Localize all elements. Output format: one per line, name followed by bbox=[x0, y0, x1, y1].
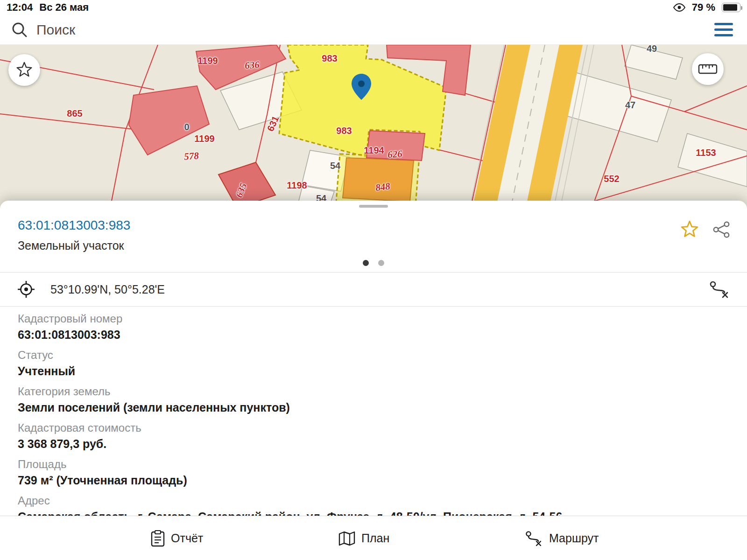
map-label: 1198 bbox=[287, 180, 307, 191]
field-status: Статус Учтенный bbox=[18, 349, 729, 378]
map-label: 54 bbox=[330, 161, 340, 171]
ruler-icon bbox=[698, 63, 718, 75]
map-label: 552 bbox=[604, 174, 619, 184]
battery-icon bbox=[722, 3, 740, 12]
parcel-number-link[interactable]: 63:01:0813003:983 bbox=[18, 218, 130, 233]
field-value: 3 368 879,3 руб. bbox=[18, 436, 729, 451]
map-label: 848 bbox=[375, 181, 391, 194]
field-value: Учтенный bbox=[18, 364, 729, 378]
star-icon bbox=[15, 61, 33, 79]
battery-fill bbox=[723, 4, 737, 11]
map-graphics bbox=[0, 45, 747, 208]
crosshair-icon bbox=[17, 280, 35, 299]
menu-button[interactable] bbox=[712, 20, 736, 39]
field-value: 739 м² (Уточненная площадь) bbox=[18, 473, 729, 488]
status-bar: 12:04 Вс 26 мая 79 % bbox=[0, 0, 747, 15]
map-label: 47 bbox=[625, 100, 635, 111]
favorite-star-icon[interactable] bbox=[680, 220, 699, 239]
map-label: 0 bbox=[184, 122, 189, 133]
ruler-button[interactable] bbox=[692, 53, 724, 85]
field-value: Земли поселений (земли населенных пункто… bbox=[18, 400, 729, 415]
report-button[interactable]: Отчёт bbox=[150, 516, 203, 560]
field-cadastral-number: Кадастровый номер 63:01:0813003:983 bbox=[18, 312, 729, 342]
eye-icon bbox=[673, 3, 685, 12]
report-icon bbox=[150, 530, 165, 547]
share-icon[interactable] bbox=[712, 221, 730, 238]
field-area: Площадь 739 м² (Уточненная площадь) bbox=[18, 458, 729, 488]
field-land-category: Категория земель Земли поселений (земли … bbox=[18, 385, 729, 415]
favorites-button[interactable] bbox=[8, 54, 40, 86]
map-label: 626 bbox=[387, 148, 402, 161]
search-icon bbox=[11, 21, 28, 38]
clear-route-icon[interactable] bbox=[709, 280, 730, 299]
map-label: 983 bbox=[336, 126, 352, 136]
map-label: 1199 bbox=[194, 133, 214, 144]
map-label: 578 bbox=[183, 150, 199, 162]
page-dots[interactable] bbox=[0, 260, 747, 266]
search-bar bbox=[0, 15, 747, 45]
map-icon bbox=[338, 531, 356, 546]
plan-label: План bbox=[361, 532, 389, 545]
search-input[interactable] bbox=[36, 22, 712, 38]
report-label: Отчёт bbox=[171, 532, 203, 545]
field-label: Кадастровая стоимость bbox=[18, 421, 729, 434]
map-label: 1194 bbox=[364, 145, 384, 156]
map-label: 49 bbox=[647, 45, 657, 54]
field-label: Категория земель bbox=[18, 385, 729, 398]
map-label: 636 bbox=[244, 59, 260, 71]
route-label: Маршрут bbox=[549, 532, 599, 545]
field-label: Адрес bbox=[18, 494, 729, 507]
plan-button[interactable]: План bbox=[338, 516, 389, 560]
map[interactable]: 1199636983498656310983119947119462657854… bbox=[0, 45, 747, 208]
route-button[interactable]: Маршрут bbox=[525, 516, 599, 560]
map-label: 865 bbox=[67, 108, 82, 119]
field-label: Кадастровый номер bbox=[18, 312, 729, 325]
battery-percent-text: 79 % bbox=[692, 1, 715, 14]
battery-nub bbox=[741, 6, 742, 10]
bottom-toolbar: Отчёт План Маршрут bbox=[0, 516, 747, 560]
date: Вс 26 мая bbox=[39, 1, 89, 14]
page-dot-2[interactable] bbox=[378, 260, 384, 266]
page-dot-1[interactable] bbox=[363, 260, 369, 266]
map-label: 983 bbox=[322, 53, 337, 64]
field-value: 63:01:0813003:983 bbox=[18, 327, 729, 342]
route-icon bbox=[525, 530, 543, 547]
coordinates-text: 53°10.99'N, 50°5.28'E bbox=[50, 283, 709, 296]
map-label: 1153 bbox=[696, 147, 716, 158]
field-label: Площадь bbox=[18, 458, 729, 471]
map-label: 1199 bbox=[197, 56, 218, 66]
app: 12:04 Вс 26 мая 79 % bbox=[0, 0, 747, 560]
parcel-info-sheet: 63:01:0813003:983 Земельный участок 53°1… bbox=[0, 201, 747, 560]
field-label: Статус bbox=[18, 349, 729, 362]
fields-list: Кадастровый номер 63:01:0813003:983 Стат… bbox=[0, 307, 747, 524]
parcel-type-label: Земельный участок bbox=[18, 239, 130, 252]
field-cadastral-value: Кадастровая стоимость 3 368 879,3 руб. bbox=[18, 421, 729, 451]
clock: 12:04 bbox=[7, 1, 33, 14]
